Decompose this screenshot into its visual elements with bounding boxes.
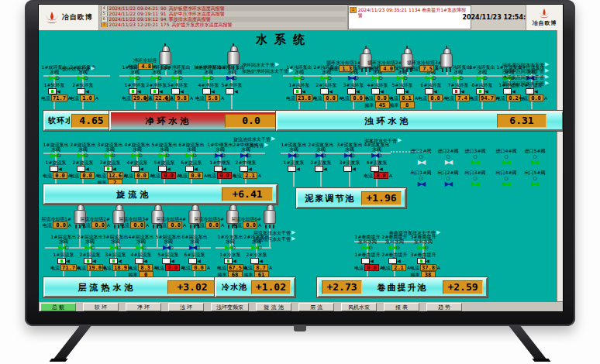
- motor-icon[interactable]: ◀: [217, 258, 243, 264]
- valve-icon[interactable]: ▶◀: [472, 180, 478, 187]
- valve-icon[interactable]: ▶◀: [159, 152, 165, 159]
- cooling-tower[interactable]: 加热炉净环冷却塔 电流A: [194, 43, 240, 70]
- nav-button[interactable]: 报 表: [384, 303, 419, 311]
- valve-icon[interactable]: ▶◀: [472, 159, 478, 166]
- motor-icon[interactable]: ◀: [469, 88, 495, 94]
- motor-icon[interactable]: ◀: [128, 258, 154, 264]
- alarm-panel-right[interactable]: 1 2024/11/23 09:35:21 1134 卷曲提升1#泵故障报警: [348, 5, 471, 29]
- valve-icon[interactable]: ▶◀: [78, 152, 84, 159]
- valve-icon[interactable]: ▶◀: [186, 152, 192, 159]
- motor-icon[interactable]: ◀: [313, 88, 340, 94]
- motor-icon[interactable]: ◀: [308, 166, 334, 172]
- valve-icon[interactable]: ▶◀: [532, 180, 538, 187]
- valve-icon[interactable]: ▶◀: [151, 74, 157, 81]
- motor-icon[interactable]: ◀: [364, 166, 390, 172]
- valve-icon[interactable]: ▶◀: [453, 74, 459, 81]
- motor-icon[interactable]: ◀: [41, 88, 67, 94]
- motor-icon[interactable]: ◀: [151, 166, 178, 172]
- valve-icon[interactable]: ▶◀: [225, 244, 231, 251]
- motor-icon[interactable]: ◀: [219, 88, 245, 94]
- valve-icon[interactable]: ▶◀: [172, 74, 178, 81]
- alarm-row[interactable]: 4 2024/11/22 09:04:21 90 高炉板壁净环水温度高报警: [101, 6, 346, 11]
- valve-icon[interactable]: ▶◀: [389, 244, 395, 251]
- valve-icon[interactable]: ▶◀: [426, 74, 432, 81]
- valve-unit[interactable]: 进口2#阀 ○ ▶◀: [434, 149, 462, 166]
- motor-icon[interactable]: ◀: [381, 258, 408, 264]
- valve-icon[interactable]: ▶◀: [294, 74, 300, 81]
- motor-icon[interactable]: ◀: [178, 166, 205, 172]
- valve-icon[interactable]: ▶◀: [189, 244, 195, 251]
- valve-icon[interactable]: ▶◀: [105, 152, 111, 159]
- nav-button[interactable]: 层 流: [298, 303, 334, 311]
- nav-button[interactable]: 旋 流 池: [256, 303, 291, 311]
- valve-unit[interactable]: 出口2#阀 ○ ▶◀: [434, 170, 462, 187]
- alarm-row[interactable]: 7 2024/11/23 12:20:21 175 高炉提升泵房排水温度高报警: [101, 22, 346, 27]
- motor-icon[interactable]: ◀: [207, 166, 233, 172]
- valve-icon[interactable]: ▶◀: [532, 159, 538, 166]
- valve-unit[interactable]: 进口4#阀 ○ ▶◀: [492, 149, 520, 166]
- motor-icon[interactable]: ◀: [164, 88, 191, 94]
- valve-icon[interactable]: ▶◀: [163, 244, 169, 251]
- valve-unit[interactable]: 进口1#阀 ○ ▶◀: [407, 149, 435, 166]
- valve-icon[interactable]: ▶◀: [445, 180, 451, 187]
- cooling-tower[interactable]: 层流冷却塔6# 电流0.0A: [230, 202, 277, 228]
- valve-unit[interactable]: 出口3#阀 ○ ▶◀: [461, 170, 489, 187]
- motor-icon[interactable]: ◀: [124, 166, 150, 172]
- motor-icon[interactable]: ◀: [389, 88, 416, 94]
- cooling-tower[interactable]: 循环水冷却塔3# 电流7.5A: [407, 46, 453, 72]
- nav-button[interactable]: 趋 势: [426, 303, 462, 311]
- nav-button[interactable]: 浊环变频泵: [211, 303, 249, 311]
- motor-icon[interactable]: ◀: [340, 88, 367, 94]
- valve-icon[interactable]: ▶◀: [78, 74, 84, 81]
- nav-button[interactable]: 软 环: [83, 303, 119, 311]
- valve-icon[interactable]: ▶◀: [58, 244, 64, 251]
- nav-button[interactable]: 总 貌: [40, 303, 76, 311]
- motor-icon[interactable]: ◀: [77, 258, 103, 264]
- nav-button[interactable]: 浊 环: [168, 303, 204, 311]
- valve-icon[interactable]: ▶◀: [397, 74, 403, 81]
- valve-icon[interactable]: ▶◀: [50, 152, 57, 159]
- valve-icon[interactable]: ▶◀: [215, 152, 221, 159]
- motor-icon[interactable]: ◀: [354, 258, 381, 264]
- motor-icon[interactable]: ◀: [445, 88, 471, 94]
- valve-icon[interactable]: ▶◀: [251, 244, 257, 251]
- nav-button[interactable]: 净 环: [126, 303, 161, 311]
- motor-icon[interactable]: ◀: [70, 88, 96, 94]
- valve-icon[interactable]: ▶◀: [348, 74, 354, 81]
- alarm-row[interactable]: 5 2024/11/22 09:19:11 91 高炉中压净环水温度高报警: [101, 12, 346, 16]
- valve-icon[interactable]: ▶◀: [371, 152, 378, 159]
- motor-icon[interactable]: ◀: [181, 258, 208, 264]
- cooling-tower[interactable]: 净环冷却塔 电流4.8A: [126, 43, 172, 70]
- motor-icon[interactable]: ◀: [286, 88, 312, 94]
- valve-icon[interactable]: ▶◀: [110, 244, 116, 251]
- valve-icon[interactable]: ▶◀: [129, 74, 136, 81]
- motor-icon[interactable]: ◀: [70, 166, 96, 172]
- valve-unit[interactable]: 进口5#阀 ○ ▶◀: [521, 149, 549, 166]
- nav-button[interactable]: 风机水泵: [341, 303, 377, 311]
- valve-icon[interactable]: ▶◀: [316, 152, 322, 159]
- motor-icon[interactable]: ◀: [281, 166, 307, 172]
- valve-icon[interactable]: ▶◀: [132, 152, 138, 159]
- motor-icon[interactable]: ◀: [336, 166, 363, 172]
- valve-icon[interactable]: ▶◀: [344, 152, 350, 159]
- motor-icon[interactable]: ◀: [364, 88, 391, 94]
- valve-icon[interactable]: ▶◀: [362, 244, 368, 251]
- motor-icon[interactable]: ◀: [50, 258, 77, 264]
- valve-icon[interactable]: ▶◀: [372, 74, 378, 81]
- valve-icon[interactable]: ▶◀: [84, 244, 91, 251]
- valve-unit[interactable]: 出口5#阀 ○ ▶◀: [521, 170, 549, 187]
- valve-unit[interactable]: 出口1#阀 ○ ▶◀: [407, 170, 435, 187]
- motor-icon[interactable]: ◀: [102, 258, 129, 264]
- motor-icon[interactable]: ◀: [519, 88, 545, 94]
- motor-icon[interactable]: ◀: [155, 258, 181, 264]
- valve-icon[interactable]: ▶◀: [226, 74, 233, 81]
- valve-unit[interactable]: 出口4#阀 ○ ▶◀: [492, 170, 520, 187]
- motor-icon[interactable]: ◀: [418, 88, 444, 94]
- motor-icon[interactable]: ◀: [410, 258, 436, 264]
- valve-icon[interactable]: ▶◀: [477, 74, 483, 81]
- motor-icon[interactable]: ◀: [243, 258, 270, 264]
- valve-icon[interactable]: ▶◀: [321, 74, 327, 81]
- motor-icon[interactable]: ◀: [97, 166, 123, 172]
- valve-icon[interactable]: ▶◀: [240, 152, 247, 159]
- valve-icon[interactable]: ▶◀: [136, 244, 142, 251]
